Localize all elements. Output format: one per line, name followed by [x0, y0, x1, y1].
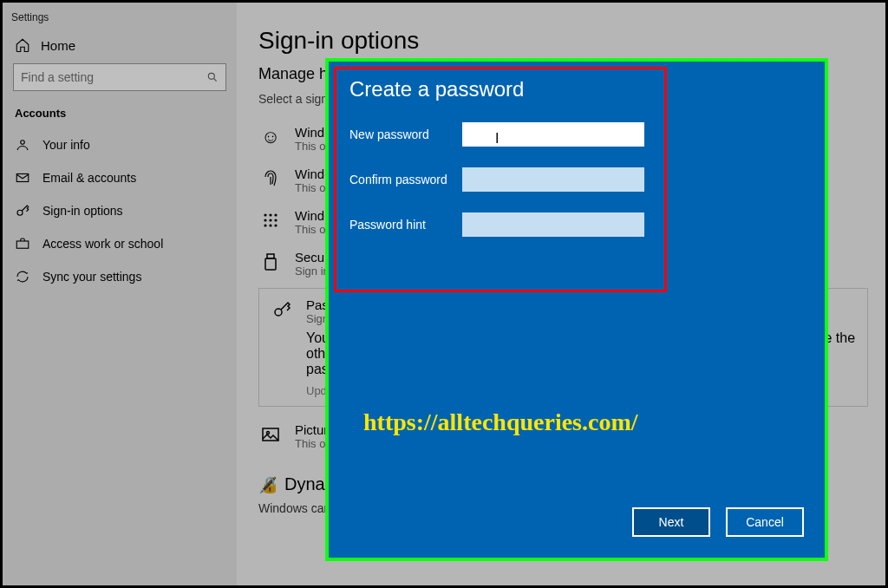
- picture-icon: [258, 422, 283, 447]
- nav-label: Sign-in options: [42, 204, 123, 218]
- home-label: Home: [41, 38, 75, 53]
- svg-point-17: [275, 309, 282, 316]
- mail-icon: [15, 170, 30, 186]
- user-icon: [15, 137, 30, 153]
- new-password-label: New password: [349, 127, 462, 141]
- nav-label: Your info: [42, 138, 90, 152]
- confirm-password-input[interactable]: [462, 167, 644, 192]
- search-input-container[interactable]: [13, 63, 226, 91]
- cancel-button[interactable]: Cancel: [726, 507, 804, 537]
- usb-key-icon: [258, 250, 283, 274]
- confirm-password-label: Confirm password: [349, 173, 462, 186]
- svg-point-6: [264, 213, 266, 216]
- briefcase-icon: [15, 236, 30, 252]
- nav-sync-settings[interactable]: Sync your settings: [3, 260, 237, 293]
- sidebar: Settings Home Accounts Your info Email &…: [3, 3, 237, 585]
- new-password-input[interactable]: [462, 122, 644, 147]
- svg-point-10: [269, 219, 271, 221]
- svg-point-2: [21, 140, 25, 145]
- keypad-icon: [258, 208, 283, 232]
- svg-point-11: [274, 219, 277, 221]
- modal-highlight-border: Create a password New password Confirm p…: [325, 58, 828, 561]
- svg-point-12: [264, 224, 266, 226]
- home-nav[interactable]: Home: [3, 30, 237, 63]
- nav-email-accounts[interactable]: Email & accounts: [3, 161, 237, 194]
- search-icon: [206, 71, 219, 83]
- key-icon: [270, 297, 294, 322]
- nav-label: Access work or school: [42, 237, 163, 251]
- face-icon: ☺: [258, 125, 283, 149]
- password-hint-label: Password hint: [349, 218, 462, 232]
- svg-point-14: [274, 224, 277, 226]
- create-password-dialog: Create a password New password Confirm p…: [329, 62, 825, 558]
- svg-rect-5: [16, 241, 29, 248]
- svg-point-9: [264, 219, 266, 221]
- nav-your-info[interactable]: Your info: [3, 128, 237, 161]
- svg-rect-3: [16, 174, 29, 182]
- key-icon: [15, 203, 30, 219]
- svg-line-1: [214, 79, 217, 82]
- nav-label: Sync your settings: [42, 270, 141, 284]
- svg-point-7: [269, 213, 271, 216]
- page-title: Sign-in options: [258, 27, 868, 55]
- svg-rect-16: [265, 258, 276, 270]
- fingerprint-icon: [258, 167, 283, 191]
- watermark-text: https://alltechqueries.com/: [363, 408, 638, 436]
- dialog-title: Create a password: [349, 77, 804, 101]
- nav-access-work-school[interactable]: Access work or school: [3, 227, 237, 260]
- section-heading: Accounts: [3, 107, 237, 128]
- next-button[interactable]: Next: [632, 507, 710, 537]
- window-title: Settings: [3, 10, 237, 30]
- sync-icon: [15, 269, 30, 284]
- search-input[interactable]: [21, 70, 206, 84]
- password-hint-input[interactable]: [462, 212, 644, 237]
- nav-label: Email & accounts: [42, 171, 136, 185]
- home-icon: [15, 37, 30, 53]
- svg-point-4: [17, 210, 23, 215]
- svg-point-13: [269, 224, 271, 226]
- nav-signin-options[interactable]: Sign-in options: [3, 194, 237, 227]
- svg-point-0: [208, 73, 214, 79]
- svg-point-8: [274, 213, 277, 216]
